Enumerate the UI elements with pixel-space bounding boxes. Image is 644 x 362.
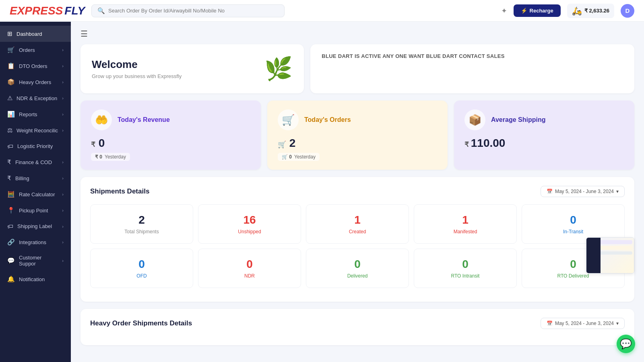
welcome-text: Welcome Grow up your business with Expre… <box>92 58 182 79</box>
rto-delivered-label: RTO Delivered <box>528 273 618 279</box>
sidebar-item-reports[interactable]: 📊 Reports › <box>0 106 71 122</box>
sidebar-item-label: Billing <box>15 175 58 181</box>
heavy-orders-icon: 📦 <box>7 78 15 86</box>
shipping-icon: 📦 <box>469 114 481 126</box>
sidebar-item-dto-orders[interactable]: 📋 DTO Orders › <box>0 58 71 74</box>
chevron-right-icon: › <box>62 64 64 68</box>
shipment-date-picker[interactable]: 📅 May 5, 2024 - June 3, 2024 ▾ <box>541 186 625 197</box>
sidebar-item-rate-calculator[interactable]: 🧮 Rate Calculator › <box>0 186 71 202</box>
chevron-right-icon: › <box>62 176 64 181</box>
shipment-grid-row2: 0 OFD 0 NDR 0 Delivered 0 RTO Intransit … <box>90 249 625 288</box>
revenue-number: 0 <box>99 137 105 149</box>
revenue-prefix: ₹ <box>91 141 95 148</box>
notification-icon: 🔔 <box>7 276 15 283</box>
calendar-icon: 📅 <box>547 189 553 194</box>
shipment-grid-row1: 2 Total Shipments 16 Unshipped 1 Created… <box>90 204 625 244</box>
top-cards-row: Welcome Grow up your business with Expre… <box>80 44 634 93</box>
sidebar-item-label: Heavy Orders <box>19 79 58 85</box>
preview-inner <box>586 238 634 273</box>
orders-card-header: 🛒 Today's Orders <box>278 109 437 130</box>
heavy-section-header: Heavy Order Shipments Details 📅 May 5, 2… <box>90 318 625 329</box>
sidebar-item-dashboard[interactable]: ⊞ Dashboard <box>0 26 71 42</box>
intransit-value: 0 <box>528 214 618 226</box>
shipping-icon-wrap: 📦 <box>464 109 485 130</box>
delivered-value: 0 <box>313 258 402 271</box>
shipment-details-card: Shipments Details 📅 May 5, 2024 - June 3… <box>80 177 634 302</box>
sidebar-item-label: Reports <box>19 111 58 117</box>
heavy-date-picker[interactable]: 📅 May 5, 2024 - June 3, 2024 ▾ <box>541 318 625 329</box>
expand-icon[interactable]: ✦ <box>501 6 507 15</box>
chevron-right-icon: › <box>62 258 64 263</box>
notice-card: BLUE DART IS ACTIVE ANY ONE WANT BLUE DA… <box>310 44 634 93</box>
created-label: Created <box>313 229 402 234</box>
search-icon: 🔍 <box>97 7 105 14</box>
shipment-section-title: Shipments Details <box>90 187 149 195</box>
sidebar-item-support[interactable]: 💬 Customer Suppor › <box>0 250 71 271</box>
heavy-section-title: Heavy Order Shipments Details <box>90 319 192 327</box>
search-input[interactable] <box>108 8 279 14</box>
shipment-cell-unshipped: 16 Unshipped <box>198 204 301 244</box>
sidebar-item-orders[interactable]: 🛒 Orders › <box>0 42 71 58</box>
rto-intransit-value: 0 <box>421 258 510 271</box>
manifested-value: 1 <box>421 214 510 226</box>
revenue-card-header: 🤲 Today's Revenue <box>91 109 250 130</box>
shipping-card-header: 📦 Average Shipping <box>464 109 624 130</box>
orders-number: 2 <box>289 137 296 149</box>
sidebar-item-pickup[interactable]: 📍 Pickup Point › <box>0 202 71 218</box>
sidebar-item-label: Rate Calculator <box>19 191 58 197</box>
shipment-cell-manifested: 1 Manifested <box>414 204 517 244</box>
ofd-label: OFD <box>97 273 186 279</box>
shipment-cell-created: 1 Created <box>306 204 409 244</box>
main-layout: ⊞ Dashboard 🛒 Orders › 📋 DTO Orders › 📦 … <box>0 22 644 362</box>
chevron-right-icon: › <box>62 128 64 133</box>
welcome-title: Welcome <box>92 58 182 71</box>
sidebar-item-heavy-orders[interactable]: 📦 Heavy Orders › <box>0 74 71 90</box>
search-bar[interactable]: 🔍 <box>91 4 285 17</box>
chevron-right-icon: › <box>62 96 64 101</box>
avatar[interactable]: D <box>621 4 634 18</box>
hamburger-button[interactable]: ☰ <box>80 29 634 39</box>
orders-yesterday: 🛒 0 Yesterday <box>278 153 320 161</box>
preview-thumbnail <box>586 237 634 274</box>
wallet-icon: 🛵 <box>572 6 582 16</box>
stat-cards-row: 🤲 Today's Revenue ₹ 0 ₹ 0 Yesterday 🛒 <box>80 101 634 170</box>
manifested-label: Manifested <box>421 229 510 234</box>
sidebar-item-billing[interactable]: ₹ Billing › <box>0 170 71 186</box>
rto-intransit-label: RTO Intransit <box>421 273 510 279</box>
sidebar-item-label: Shipping Label <box>17 223 58 229</box>
header: EXPRESSFLY 🔍 ✦ ⚡ Recharge 🛵 ₹ 2,633.26 D <box>0 0 644 22</box>
header-right: ✦ ⚡ Recharge 🛵 ₹ 2,633.26 D <box>501 4 634 18</box>
shipment-cell-ndr: 0 NDR <box>198 249 301 288</box>
sidebar-item-shipping-label[interactable]: 🏷 Shipping Label › <box>0 218 71 234</box>
revenue-yesterday-val: ₹ 0 <box>95 154 102 160</box>
whatsapp-fab[interactable]: 💬 <box>617 335 635 353</box>
shipment-cell-delivered: 0 Delivered <box>306 249 409 288</box>
shipping-prefix: ₹ <box>464 141 471 148</box>
wallet-area[interactable]: 🛵 ₹ 2,633.26 <box>567 4 614 18</box>
sidebar-item-integrations[interactable]: 🔗 Integrations › <box>0 234 71 250</box>
sidebar-item-notification[interactable]: 🔔 Notification <box>0 271 71 287</box>
heavy-date-range: May 5, 2024 - June 3, 2024 <box>555 321 614 326</box>
ndr-label: NDR <box>205 273 294 279</box>
orders-cart-icon: 🛒 <box>278 141 286 148</box>
shipment-date-range: May 5, 2024 - June 3, 2024 <box>555 189 614 194</box>
total-shipments-label: Total Shipments <box>97 229 186 234</box>
reports-icon: 📊 <box>7 111 15 118</box>
revenue-icon: 🤲 <box>95 114 108 126</box>
sidebar-item-label: Orders <box>19 47 58 53</box>
total-shipments-value: 2 <box>97 214 186 226</box>
sidebar-item-finance[interactable]: ₹ Finance & COD › <box>0 154 71 170</box>
shipment-section-header: Shipments Details 📅 May 5, 2024 - June 3… <box>90 186 625 197</box>
shipment-cell-total: 2 Total Shipments <box>90 204 193 244</box>
billing-icon: ₹ <box>7 175 11 182</box>
orders-icon: 🛒 <box>282 114 295 126</box>
sidebar-item-logistic-priority[interactable]: 🏷 Logistic Priority <box>0 138 71 154</box>
calculator-icon: 🧮 <box>7 191 15 198</box>
recharge-button[interactable]: ⚡ Recharge <box>514 4 561 17</box>
sidebar-item-label: DTO Orders <box>19 63 58 69</box>
dashboard-icon: ⊞ <box>7 30 12 37</box>
sidebar-item-label: Integrations <box>19 239 58 245</box>
sidebar-item-ndr[interactable]: ⚠ NDR & Exception › <box>0 90 71 106</box>
sidebar-item-weight[interactable]: ⚖ Weight Reconcilic › <box>0 122 71 138</box>
weight-icon: ⚖ <box>7 127 12 134</box>
